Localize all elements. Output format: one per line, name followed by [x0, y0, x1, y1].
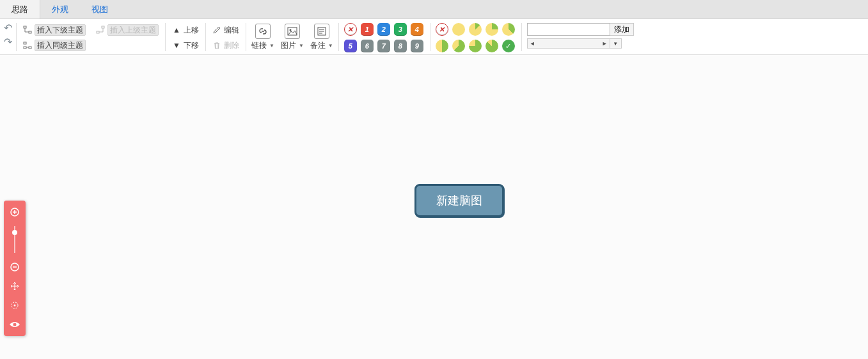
button-label: 删除 — [224, 40, 239, 51]
svg-rect-6 — [97, 31, 99, 33]
progress-87[interactable] — [485, 40, 498, 52]
caret-down-icon: ▼ — [269, 43, 274, 49]
edit-button[interactable]: 编辑 — [210, 23, 242, 37]
image-icon — [285, 24, 300, 39]
tab-appearance[interactable]: 外观 — [40, 0, 80, 19]
priority-group: ✕ 1 2 3 4 5 6 7 8 9 — [340, 22, 429, 55]
priority-2[interactable]: 2 — [377, 23, 390, 36]
svg-point-14 — [13, 323, 17, 326]
priority-9[interactable]: 9 — [411, 40, 423, 52]
hierarchy-child-icon — [23, 26, 32, 34]
resource-group: 添加 ◄ ► ▼ — [523, 22, 638, 50]
link-icon — [255, 24, 271, 39]
mindmap-canvas[interactable]: 新建脑图 — [0, 55, 868, 359]
button-label: 插入下级主题 — [35, 24, 86, 36]
toolbar: ↶ ↷ 插入下级主题 插入同级主题 插入上级主题 ▲ 上移 — [0, 19, 868, 55]
button-label: 插入上级主题 — [107, 24, 159, 36]
progress-62[interactable] — [452, 40, 465, 52]
pencil-icon — [212, 26, 221, 34]
svg-rect-5 — [102, 26, 104, 28]
resource-add-button[interactable]: 添加 — [610, 23, 634, 36]
zoom-out-button[interactable] — [8, 261, 21, 273]
svg-rect-1 — [29, 31, 31, 33]
priority-6[interactable]: 6 — [361, 40, 374, 52]
trash-icon — [212, 41, 221, 50]
caret-down-icon: ▼ — [328, 43, 333, 49]
tab-label: 视图 — [91, 4, 108, 15]
move-up-button[interactable]: ▲ 上移 — [170, 23, 201, 37]
scroll-left-icon[interactable]: ◄ — [528, 40, 537, 47]
progress-0[interactable] — [452, 23, 465, 36]
scroll-right-icon[interactable]: ► — [600, 40, 610, 47]
priority-3[interactable]: 3 — [394, 23, 407, 36]
resource-scrollbar[interactable]: ◄ ► — [527, 38, 610, 49]
priority-clear[interactable]: ✕ — [344, 23, 357, 36]
pan-button[interactable] — [8, 280, 21, 293]
button-label: 添加 — [614, 25, 629, 34]
button-label: 上移 — [184, 25, 199, 36]
progress-50[interactable] — [436, 40, 448, 52]
note-button[interactable]: 备注▼ — [310, 22, 333, 52]
progress-12[interactable] — [469, 23, 482, 36]
redo-button[interactable]: ↷ — [4, 37, 12, 47]
priority-1[interactable]: 1 — [361, 23, 374, 36]
priority-7[interactable]: 7 — [377, 40, 390, 52]
svg-rect-2 — [24, 42, 26, 44]
svg-rect-0 — [24, 26, 26, 28]
progress-done[interactable]: ✓ — [502, 40, 515, 52]
tab-label: 思路 — [12, 4, 28, 15]
svg-rect-4 — [29, 47, 31, 49]
svg-point-13 — [14, 305, 16, 307]
arrow-up-icon: ▲ — [172, 26, 181, 34]
button-label: 下移 — [184, 40, 199, 51]
zoom-toolbar — [4, 201, 26, 336]
svg-point-8 — [289, 29, 291, 31]
image-button[interactable]: 图片▼ — [281, 22, 304, 52]
progress-37[interactable] — [502, 23, 515, 36]
zoom-slider-thumb[interactable] — [12, 230, 17, 235]
priority-8[interactable]: 8 — [394, 40, 407, 52]
button-label: 插入同级主题 — [35, 40, 86, 51]
svg-rect-3 — [24, 47, 26, 49]
hierarchy-sibling-icon — [23, 41, 32, 50]
button-label: 链接 — [251, 40, 267, 51]
move-down-button[interactable]: ▼ 下移 — [170, 38, 201, 52]
root-node-label: 新建脑图 — [436, 193, 482, 208]
insert-sibling-button[interactable]: 插入同级主题 — [20, 38, 88, 52]
zoom-in-button[interactable] — [8, 206, 21, 218]
link-button[interactable]: 链接▼ — [251, 22, 274, 52]
zoom-slider[interactable] — [14, 226, 15, 253]
preview-button[interactable] — [8, 318, 21, 331]
progress-75[interactable] — [469, 40, 482, 52]
progress-group: ✕ ✓ — [432, 22, 520, 55]
tab-thinking[interactable]: 思路 — [0, 0, 40, 19]
locate-button[interactable] — [8, 299, 21, 312]
priority-5[interactable]: 5 — [344, 40, 357, 52]
tab-label: 外观 — [52, 4, 68, 15]
button-label: 编辑 — [224, 25, 239, 36]
delete-button[interactable]: 删除 — [210, 38, 242, 52]
button-label: 备注 — [310, 40, 326, 51]
insert-child-button[interactable]: 插入下级主题 — [20, 23, 88, 37]
progress-clear[interactable]: ✕ — [436, 23, 448, 36]
note-icon — [314, 24, 329, 39]
arrow-down-icon: ▼ — [172, 41, 181, 50]
tab-view[interactable]: 视图 — [80, 0, 120, 19]
priority-4[interactable]: 4 — [411, 23, 423, 36]
undo-button[interactable]: ↶ — [4, 23, 12, 33]
progress-25[interactable] — [485, 23, 498, 36]
resource-input[interactable] — [527, 23, 610, 36]
resource-dropdown[interactable]: ▼ — [610, 38, 622, 49]
insert-parent-button[interactable]: 插入上级主题 — [93, 23, 161, 37]
hierarchy-parent-icon — [96, 26, 105, 34]
button-label: 图片 — [281, 40, 296, 51]
root-node[interactable]: 新建脑图 — [414, 184, 504, 217]
tab-bar: 思路 外观 视图 — [0, 0, 868, 19]
caret-down-icon: ▼ — [299, 43, 304, 49]
